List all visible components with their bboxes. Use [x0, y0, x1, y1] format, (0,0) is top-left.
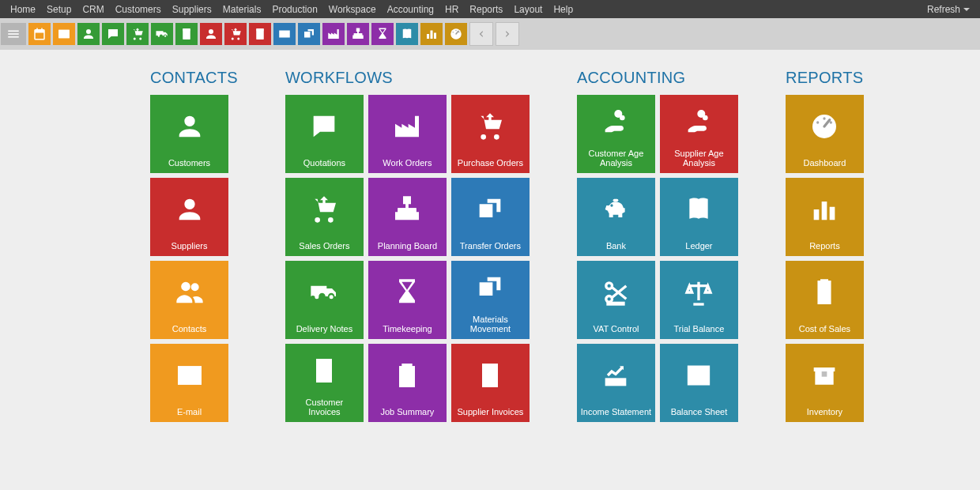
purchase-orders-tile-icon-wrap	[474, 95, 506, 158]
contacts-tile[interactable]: Contacts	[150, 261, 228, 339]
toolbar-customers[interactable]	[77, 23, 100, 45]
dashboard-tile-label: Dashboard	[801, 158, 850, 168]
planning-board-tile-icon-wrap	[391, 178, 423, 241]
clipboard-icon	[391, 360, 423, 391]
customer-invoices-tile[interactable]: Customer Invoices	[285, 344, 364, 422]
sales-orders-tile-label: Sales Orders	[296, 241, 352, 251]
menu-hr[interactable]: HR	[439, 2, 464, 17]
delivery-notes-tile-label: Delivery Notes	[293, 324, 356, 334]
menu-help[interactable]: Help	[548, 2, 579, 17]
suppliers-tile[interactable]: Suppliers	[150, 178, 228, 256]
toolbar-ledger[interactable]	[396, 23, 418, 45]
contacts-tile-icon-wrap	[174, 261, 205, 324]
hourglass-icon	[375, 27, 390, 41]
toolbar-delivery[interactable]	[151, 23, 173, 45]
menu-home[interactable]: Home	[5, 2, 41, 17]
toolbar-supplier-invoice-doc[interactable]	[249, 23, 271, 45]
trial-balance-tile-icon-wrap	[683, 261, 714, 324]
transfer-orders-tile[interactable]: Transfer Orders	[451, 178, 530, 256]
nav-back-button[interactable]	[469, 22, 493, 46]
menu-accounting[interactable]: Accounting	[382, 2, 439, 17]
balance-sheet-tile-icon-wrap	[683, 344, 714, 407]
income-icon	[600, 360, 631, 391]
person-icon	[204, 27, 218, 41]
work-orders-tile-label: Work Orders	[379, 158, 435, 168]
toolbar-crm-comment[interactable]	[102, 23, 124, 45]
income-statement-tile[interactable]: Income Statement	[577, 344, 655, 422]
inventory-tile[interactable]: Inventory	[786, 344, 864, 422]
materials-movement-tile[interactable]: Materials Movement	[451, 261, 530, 339]
factory-icon	[391, 111, 423, 142]
menu-materials[interactable]: Materials	[217, 2, 267, 17]
purchase-orders-tile[interactable]: Purchase Orders	[451, 95, 530, 173]
supplier-age-tile[interactable]: Supplier Age Analysis	[660, 95, 738, 173]
menu-crm[interactable]: CRM	[77, 2, 109, 17]
vat-control-tile[interactable]: VAT Control	[577, 261, 655, 339]
toolbar-cards[interactable]	[298, 23, 320, 45]
cost-of-sales-tile[interactable]: Cost of Sales	[786, 261, 864, 339]
menu-reports[interactable]: Reports	[464, 2, 508, 17]
balance-sheet-tile[interactable]: Balance Sheet	[660, 344, 738, 422]
factory-icon	[326, 27, 341, 41]
email-tile[interactable]: E-mail	[150, 344, 228, 422]
hamburger-icon	[6, 27, 21, 41]
menu-refresh[interactable]: Refresh	[922, 2, 975, 17]
workflows-heading: WORKFLOWS	[285, 69, 530, 87]
tree-icon	[351, 27, 365, 41]
dashboard-tile[interactable]: Dashboard	[786, 95, 864, 173]
doc-icon	[308, 355, 340, 386]
sales-orders-tile[interactable]: Sales Orders	[285, 178, 364, 256]
quotations-tile-label: Quotations	[300, 158, 349, 168]
menu-setup[interactable]: Setup	[41, 2, 77, 17]
person-icon	[174, 194, 205, 225]
delivery-notes-tile[interactable]: Delivery Notes	[285, 261, 364, 339]
toolbar-mail[interactable]	[53, 23, 75, 45]
bank-tile[interactable]: Bank	[577, 178, 655, 256]
timekeeping-tile[interactable]: Timekeeping	[368, 261, 447, 339]
reports-tile[interactable]: Reports	[786, 178, 864, 256]
inventory-tile-icon-wrap	[808, 344, 840, 407]
dashboard-tile-icon-wrap	[808, 95, 840, 158]
menu-layout[interactable]: Layout	[508, 2, 548, 17]
book-icon	[683, 194, 714, 225]
cards-icon	[302, 27, 316, 41]
toolbar-planning[interactable]	[347, 23, 369, 45]
toolbar-calendar[interactable]	[28, 23, 51, 45]
menu-customers[interactable]: Customers	[110, 2, 167, 17]
toolbar-timekeeping[interactable]	[371, 23, 394, 45]
timekeeping-tile-icon-wrap	[391, 261, 423, 324]
menu-suppliers[interactable]: Suppliers	[167, 2, 217, 17]
toolbar-purchase-cart[interactable]	[224, 23, 247, 45]
toolbar-invoice-doc[interactable]	[175, 23, 198, 45]
nav-forward-button[interactable]	[496, 22, 519, 46]
trial-balance-tile[interactable]: Trial Balance	[660, 261, 738, 339]
customers-tile[interactable]: Customers	[150, 95, 228, 173]
doc-icon	[179, 27, 194, 41]
dashboard: CONTACTS CustomersSuppliersContactsE-mai…	[0, 50, 980, 422]
email-tile-label: E-mail	[174, 407, 205, 417]
toolbar-reports-bar[interactable]	[420, 23, 443, 45]
contacts-heading: CONTACTS	[150, 69, 238, 87]
planning-board-tile[interactable]: Planning Board	[368, 178, 447, 256]
quotations-tile[interactable]: Quotations	[285, 95, 364, 173]
toolbar-suppliers[interactable]	[200, 23, 222, 45]
toolbar-factory[interactable]	[322, 23, 345, 45]
toolbar-menu-hamburger[interactable]	[1, 23, 26, 45]
hourglass-icon	[391, 277, 423, 308]
bank-tile-label: Bank	[603, 241, 629, 251]
ledger-tile[interactable]: Ledger	[660, 178, 738, 256]
quotations-tile-icon-wrap	[308, 95, 340, 158]
toolbar-sales-cart[interactable]	[126, 23, 149, 45]
gauge-icon	[449, 27, 463, 41]
scissors-icon	[600, 277, 631, 308]
work-orders-tile[interactable]: Work Orders	[368, 95, 447, 173]
supplier-invoices-tile[interactable]: Supplier Invoices	[451, 344, 530, 422]
job-summary-tile[interactable]: Job Summary	[368, 344, 447, 422]
customer-age-tile[interactable]: Customer Age Analysis	[577, 95, 655, 173]
doc-icon	[474, 360, 506, 391]
toolbar-card[interactable]	[273, 23, 296, 45]
menu-production[interactable]: Production	[266, 2, 322, 17]
menu-workspace[interactable]: Workspace	[323, 2, 382, 17]
people-icon	[174, 277, 205, 308]
toolbar-dashboard-gauge[interactable]	[445, 23, 467, 45]
